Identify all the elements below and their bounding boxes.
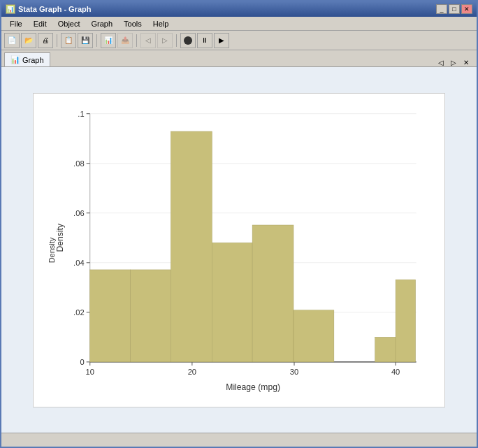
svg-text:40: 40 <box>391 368 400 376</box>
svg-text:0: 0 <box>80 357 84 366</box>
toolbar-sep-2 <box>96 34 97 47</box>
close-button[interactable]: ✕ <box>461 4 472 14</box>
bar-10-14 <box>90 269 131 361</box>
bar-38-40 <box>375 337 396 362</box>
print-button[interactable]: 🖨 <box>38 33 53 48</box>
bar-30-34 <box>294 310 334 361</box>
open-button[interactable]: 📂 <box>21 33 36 48</box>
toolbar-sep-4 <box>176 34 177 47</box>
record-pause-button[interactable]: ⏸ <box>197 33 212 48</box>
title-bar: 📊 Stata Graph - Graph _ □ ✕ <box>1 1 477 17</box>
export-button[interactable]: 📤 <box>117 33 133 48</box>
app-icon: 📊 <box>6 4 15 14</box>
bar-18-22 <box>171 131 212 362</box>
bar-26-30 <box>252 225 294 362</box>
window-title: Stata Graph - Graph <box>18 5 92 13</box>
chart-button[interactable]: 📊 <box>101 33 116 48</box>
forward-button[interactable]: ▷ <box>157 33 173 48</box>
toolbar: 📄 📂 🖨 📋 💾 📊 📤 ◁ ▷ ⏸ ▶ <box>1 31 477 50</box>
bar-14-18 <box>131 269 171 361</box>
menu-file[interactable]: File <box>4 19 28 29</box>
toolbar-sep-3 <box>136 34 137 47</box>
graph-area: Density <box>1 67 477 433</box>
histogram-chart: 0 .02 .04 .06 .08 .1 10 <box>55 97 437 400</box>
svg-text:20: 20 <box>188 368 196 376</box>
back-button[interactable]: ◁ <box>140 33 156 48</box>
svg-text:.08: .08 <box>73 159 85 167</box>
maximize-button[interactable]: □ <box>449 4 460 14</box>
graph-tab[interactable]: 📊 Graph <box>4 52 50 66</box>
menu-object[interactable]: Object <box>52 19 86 29</box>
svg-text:.06: .06 <box>73 208 85 217</box>
svg-text:Mileage (mpg): Mileage (mpg) <box>226 382 280 392</box>
svg-text:.1: .1 <box>78 109 84 117</box>
tab-prev-button[interactable]: ◁ <box>436 59 446 66</box>
tab-label: Graph <box>22 56 44 64</box>
toolbar-sep-1 <box>57 34 57 47</box>
tab-icon: 📊 <box>10 55 20 64</box>
svg-text:10: 10 <box>86 368 94 376</box>
tab-close-button[interactable]: ✕ <box>461 59 471 66</box>
menu-tools[interactable]: Tools <box>118 19 147 29</box>
minimize-button[interactable]: _ <box>436 4 447 14</box>
svg-text:.02: .02 <box>73 308 85 316</box>
tab-next-button[interactable]: ▷ <box>449 59 458 66</box>
new-button[interactable]: 📄 <box>4 33 20 48</box>
svg-text:.04: .04 <box>73 258 85 266</box>
copy-button[interactable]: 📋 <box>61 33 76 48</box>
menu-edit[interactable]: Edit <box>28 19 52 29</box>
plot-container: Density <box>33 93 445 407</box>
menu-help[interactable]: Help <box>147 19 175 29</box>
record-play-button[interactable]: ▶ <box>214 33 229 48</box>
status-bar <box>1 433 477 447</box>
window-controls: _ □ ✕ <box>436 4 472 14</box>
svg-text:Density: Density <box>55 223 65 252</box>
record-start-button[interactable] <box>180 33 196 48</box>
menu-bar: File Edit Object Graph Tools Help <box>1 17 477 31</box>
tab-bar: 📊 Graph ◁ ▷ ✕ <box>1 50 477 67</box>
menu-graph[interactable]: Graph <box>86 19 119 29</box>
bar-22-26 <box>212 243 252 361</box>
bar-40-42 <box>396 280 415 362</box>
svg-text:30: 30 <box>290 368 298 376</box>
save-button[interactable]: 💾 <box>78 33 93 48</box>
